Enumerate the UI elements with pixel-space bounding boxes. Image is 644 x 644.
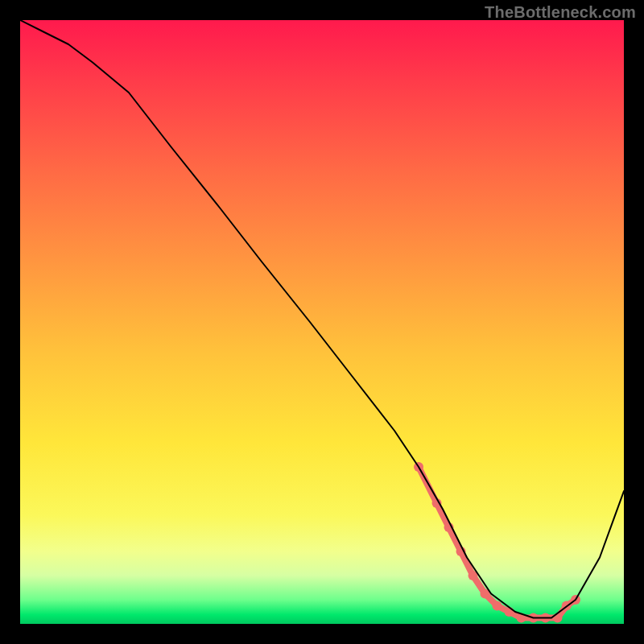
series-highlight bbox=[419, 467, 576, 618]
chart-svg bbox=[20, 20, 624, 624]
series-highlight-point bbox=[505, 607, 514, 617]
chart-stage: TheBottleneck.com bbox=[0, 0, 644, 644]
series-highlight-point bbox=[493, 601, 502, 611]
gradient-plot-area bbox=[20, 20, 624, 624]
watermark-text: TheBottleneck.com bbox=[485, 3, 636, 22]
series-curve bbox=[20, 20, 624, 618]
series-highlight-point bbox=[553, 613, 563, 623]
